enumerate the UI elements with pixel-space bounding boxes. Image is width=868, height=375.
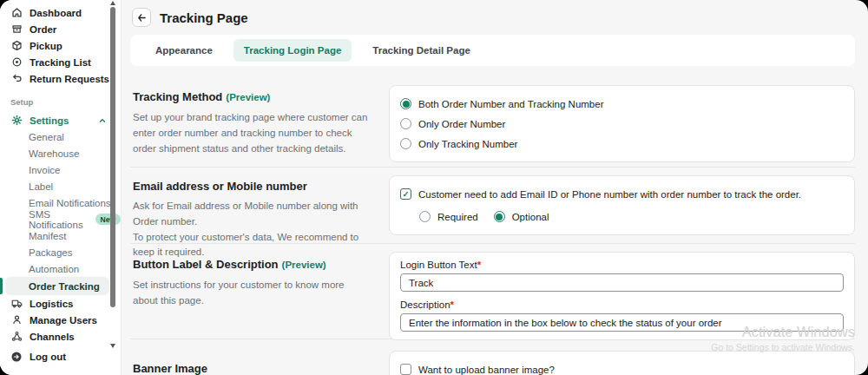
radio-both-order-tracking-number[interactable]: Both Order Number and Tracking Number xyxy=(400,94,844,114)
description-input[interactable] xyxy=(400,313,844,332)
subitem-label: Warehouse xyxy=(29,148,79,159)
tab-tracking-detail-page[interactable]: Tracking Detail Page xyxy=(362,39,481,62)
sidebar-item-order[interactable]: Order xyxy=(0,21,121,37)
sidebar-item-label: Order xyxy=(30,24,56,35)
sidebar-item-label: Tracking List xyxy=(30,57,91,68)
sidebar-subitem-sms-notifications[interactable]: SMS Notifications New xyxy=(0,211,121,227)
page-header: Tracking Page xyxy=(122,0,868,35)
subitem-label: Invoice xyxy=(29,165,60,175)
sidebar-item-channels[interactable]: Channels xyxy=(0,328,121,345)
setup-section-label: Setup xyxy=(0,87,121,112)
required-asterisk: * xyxy=(477,260,481,270)
section-title: Button Label & Description(Preview) xyxy=(133,258,372,271)
page-title: Tracking Page xyxy=(160,10,248,25)
back-arrow-icon xyxy=(136,12,148,23)
radio-icon xyxy=(400,98,411,109)
tracking-list-icon xyxy=(10,56,23,69)
sidebar-subitem-packages[interactable]: Packages xyxy=(0,244,121,260)
radio-only-order-number[interactable]: Only Order Number xyxy=(400,114,844,134)
scroll-down-arrow[interactable] xyxy=(110,344,115,348)
checkbox-email-phone-required[interactable]: Customer need to add Email ID or Phone n… xyxy=(400,184,844,204)
email-mobile-panel: Customer need to add Email ID or Phone n… xyxy=(389,175,855,235)
radio-label: Both Order Number and Tracking Number xyxy=(418,99,603,109)
sidebar-item-tracking-list[interactable]: Tracking List xyxy=(0,54,121,70)
radio-label: Only Tracking Number xyxy=(418,139,517,149)
main-content: Tracking Page Appearance Tracking Login … xyxy=(122,0,868,375)
sidebar-item-logout[interactable]: Log out xyxy=(0,348,121,365)
pickup-icon xyxy=(10,40,23,52)
tab-tracking-login-page[interactable]: Tracking Login Page xyxy=(233,39,352,62)
login-button-text-input[interactable] xyxy=(400,273,844,292)
radio-only-tracking-number[interactable]: Only Tracking Number xyxy=(400,134,844,154)
return-icon xyxy=(10,73,23,85)
subitem-label: Manifest xyxy=(29,231,66,241)
radio-icon xyxy=(400,138,411,149)
sidebar-subitem-general[interactable]: General xyxy=(0,128,121,145)
subitem-label: Packages xyxy=(29,247,73,258)
subitem-label: General xyxy=(29,132,64,142)
sidebar-subitem-invoice[interactable]: Invoice xyxy=(0,161,121,178)
banner-image-panel: Want to upload banner image? xyxy=(389,351,855,375)
sidebar-subitem-warehouse[interactable]: Warehouse xyxy=(0,145,121,161)
truck-icon xyxy=(10,298,23,310)
tab-appearance[interactable]: Appearance xyxy=(145,39,223,62)
checkbox-icon xyxy=(400,364,411,375)
checkbox-upload-banner[interactable]: Want to upload banner image? xyxy=(400,359,844,375)
sidebar-item-logistics[interactable]: Logistics xyxy=(0,295,121,312)
required-asterisk: * xyxy=(450,299,454,310)
section-description: Set up your brand tracking page where cu… xyxy=(133,110,372,156)
sidebar-item-label: Manage Users xyxy=(30,315,97,326)
radio-icon xyxy=(419,211,431,222)
sidebar-subitem-manifest[interactable]: Manifest xyxy=(0,227,121,244)
section-tracking-method: Tracking Method(Preview) Set up your bra… xyxy=(130,66,855,167)
subitem-label: Label xyxy=(29,181,53,192)
order-icon xyxy=(10,23,23,36)
checkbox-label: Customer need to add Email ID or Phone n… xyxy=(418,189,801,200)
sidebar-item-label: Settings xyxy=(30,115,69,126)
tab-bar: Appearance Tracking Login Page Tracking … xyxy=(130,35,855,66)
scrollbar-thumb[interactable] xyxy=(110,7,115,307)
sidebar-subitem-label[interactable]: Label xyxy=(0,178,121,194)
radio-icon xyxy=(494,211,505,222)
subitem-label: SMS Notifications xyxy=(29,209,91,230)
home-icon xyxy=(10,7,23,19)
tracking-method-panel: Both Order Number and Tracking Number On… xyxy=(389,85,855,162)
sidebar-item-pickup[interactable]: Pickup xyxy=(0,37,121,54)
sidebar-item-return-requests[interactable]: Return Requests xyxy=(0,70,121,87)
radio-required[interactable]: Required xyxy=(419,207,478,227)
person-icon xyxy=(10,314,23,326)
sidebar-item-manage-users[interactable]: Manage Users xyxy=(0,312,121,328)
login-button-text-label: Login Button Text* xyxy=(400,260,844,270)
sidebar-item-settings[interactable]: Settings xyxy=(0,112,121,128)
preview-link[interactable]: (Preview) xyxy=(282,260,326,270)
section-email-mobile: Email address or Mobile number Ask for E… xyxy=(130,167,855,243)
sidebar-item-label: Logistics xyxy=(30,299,73,309)
checkbox-label: Want to upload banner image? xyxy=(418,365,555,375)
back-button[interactable] xyxy=(132,8,151,27)
sidebar-item-label: Dashboard xyxy=(30,8,82,18)
section-title: Banner Image xyxy=(133,362,372,375)
sidebar-item-label: Log out xyxy=(30,352,66,362)
radio-icon xyxy=(400,118,411,129)
button-label-panel: Login Button Text* Description* xyxy=(389,252,855,340)
description-label: Description* xyxy=(400,299,844,310)
sidebar-scrollbar[interactable] xyxy=(109,0,117,352)
section-button-label: Button Label & Description(Preview) Set … xyxy=(130,243,855,339)
section-title: Email address or Mobile number xyxy=(133,180,372,193)
chevron-up-icon xyxy=(98,116,107,125)
sidebar-subitem-automation[interactable]: Automation xyxy=(0,260,121,277)
subitem-label: Email Notifications xyxy=(29,198,111,208)
radio-label: Only Order Number xyxy=(418,119,505,129)
gear-icon xyxy=(10,115,23,127)
sidebar-item-dashboard[interactable]: Dashboard xyxy=(0,4,121,21)
preview-link[interactable]: (Preview) xyxy=(226,92,270,102)
scroll-up-arrow[interactable] xyxy=(110,1,115,5)
radio-optional[interactable]: Optional xyxy=(494,207,549,227)
section-title: Tracking Method(Preview) xyxy=(133,90,372,103)
sidebar-subitem-order-tracking[interactable]: Order Tracking xyxy=(5,277,109,295)
subitem-label: Order Tracking xyxy=(29,281,100,292)
checkbox-icon xyxy=(400,188,411,200)
sidebar: Dashboard Order Pickup Tracking List Ret… xyxy=(0,0,122,375)
section-description: Set instructions for your customer to kn… xyxy=(133,278,372,309)
radio-label: Optional xyxy=(512,212,549,222)
